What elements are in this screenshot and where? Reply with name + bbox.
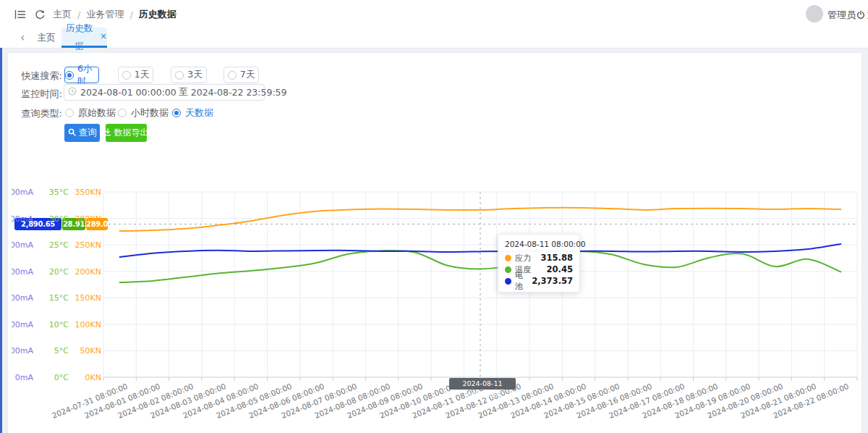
- monitor-time-label: 监控时间:: [14, 88, 62, 101]
- radio-icon: [172, 109, 181, 117]
- radio-icon: [175, 71, 184, 80]
- quick-option-label: 1天: [135, 69, 149, 81]
- quick-search-label: 快速搜索:: [14, 70, 62, 83]
- quick-option-1d[interactable]: 1天: [118, 67, 153, 83]
- tab-home[interactable]: 主页: [32, 28, 61, 48]
- query-type-day[interactable]: 天数据: [172, 106, 213, 119]
- radio-icon: [65, 71, 74, 80]
- query-type-label: 查询类型:: [14, 107, 62, 120]
- radio-icon: [65, 109, 74, 117]
- time-end-value[interactable]: 2024-08-22 23:59:59: [191, 87, 287, 98]
- query-type-option-label: 小时数据: [131, 106, 169, 119]
- user-name: 管理员: [827, 9, 856, 22]
- sidebar-strip: [0, 48, 2, 433]
- export-button[interactable]: 数据导出: [106, 124, 147, 142]
- download-icon: [104, 128, 111, 138]
- query-button[interactable]: 查询: [64, 124, 100, 142]
- query-type-option-label: 原始数据: [78, 106, 116, 119]
- avatar[interactable]: [806, 5, 823, 22]
- tab-bar: ‹ 主页 历史数据 ×: [0, 28, 868, 49]
- time-separator: 至: [176, 86, 191, 98]
- breadcrumb-item-current: 历史数据: [139, 8, 176, 21]
- query-type-hour[interactable]: 小时数据: [118, 106, 169, 119]
- time-start-value[interactable]: 2024-08-01 00:00:00: [80, 87, 176, 98]
- quick-option-label: 3天: [187, 69, 202, 81]
- tab-history-data[interactable]: 历史数据 ×: [61, 28, 107, 48]
- top-bar: 主页 / 业务管理 / 历史数据 管理员 退出: [0, 0, 868, 28]
- export-button-label: 数据导出: [114, 127, 149, 139]
- query-type-option-label: 天数据: [185, 106, 213, 119]
- breadcrumb-separator: /: [129, 9, 132, 20]
- refresh-icon[interactable]: [35, 9, 45, 22]
- screen: 主页 / 业务管理 / 历史数据 管理员 退出 ‹ 主页 历史数据 × 快速搜索…: [0, 0, 868, 433]
- logout-button[interactable]: 退出: [856, 9, 868, 22]
- quick-option-label: 7天: [240, 69, 255, 81]
- time-range-input[interactable]: 2024-08-01 00:00:00 至 2024-08-22 23:59:5…: [64, 84, 265, 101]
- quick-option-6h[interactable]: 6小时: [64, 67, 99, 83]
- query-type-raw[interactable]: 原始数据: [65, 106, 116, 119]
- radio-icon: [228, 71, 237, 80]
- clock-icon: [64, 87, 80, 98]
- quick-option-7d[interactable]: 7天: [224, 67, 259, 83]
- chevron-left-icon[interactable]: ‹: [20, 30, 25, 44]
- radio-icon: [122, 71, 131, 80]
- radio-icon: [118, 109, 127, 117]
- tab-label: 历史数据: [61, 19, 97, 55]
- menu-fold-icon[interactable]: [14, 9, 26, 22]
- power-icon: [856, 10, 865, 21]
- search-icon: [68, 127, 76, 138]
- query-button-label: 查询: [79, 127, 97, 139]
- quick-option-3d[interactable]: 3天: [171, 67, 207, 83]
- close-icon[interactable]: ×: [100, 28, 107, 46]
